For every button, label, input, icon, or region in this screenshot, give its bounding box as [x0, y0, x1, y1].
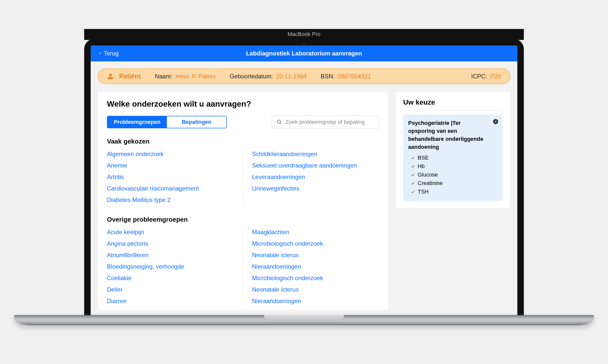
patient-badge: Patiënt	[107, 72, 141, 80]
choice-title: Psychogeriatrie |Ter opsporing van een b…	[408, 119, 498, 151]
user-icon	[107, 73, 114, 80]
icpc-value: P20	[490, 73, 501, 80]
list-item[interactable]: Atriumfibrilleren	[107, 249, 234, 261]
divider	[403, 110, 503, 111]
tab-probleemgroepen[interactable]: Probleemgroepen	[107, 116, 167, 128]
laptop-base	[14, 315, 594, 325]
check-icon	[411, 189, 415, 194]
list-item[interactable]: Schildklieraandoeningen	[252, 148, 379, 160]
list-item[interactable]: Artritis	[107, 171, 234, 183]
list-item[interactable]: Cardiovasculair risicomanagement	[107, 183, 234, 194]
choice-card: Psychogeriatrie |Ter opsporing van een b…	[403, 115, 503, 201]
search-field[interactable]	[272, 116, 379, 129]
laptop-bezel: Terug Labdiagnostiek Laboratorium aanvra…	[84, 39, 524, 315]
device-label: MacBook Pro	[84, 29, 524, 40]
list-item[interactable]: Diepe veneuze trombose (en longembolie)	[107, 307, 234, 310]
remove-choice-button[interactable]	[493, 119, 499, 125]
tab-bepalingen[interactable]: Bepalingen	[167, 116, 226, 128]
name-value: mevr. P. Paters	[175, 73, 216, 80]
frequent-col-2: SchildklieraandoeningenSeksueel overdraa…	[243, 148, 379, 206]
list-item[interactable]: Maagklachten	[252, 226, 379, 238]
patient-badge-label: Patiënt	[119, 72, 141, 80]
side-panel: Uw keuze Psychogeriatrie |Ter opsporing …	[395, 91, 510, 209]
list-item[interactable]: Angina pectoris	[107, 238, 234, 249]
bsn-value: 0987654321	[338, 73, 371, 80]
dob-label: Geboortedatum:	[230, 73, 273, 80]
list-item[interactable]: Delier	[107, 284, 234, 295]
screen: Terug Labdiagnostiek Laboratorium aanvra…	[91, 45, 517, 315]
camera-dot	[303, 42, 305, 44]
content-area: Patiënt Naam: mevr. P. Paters Geboorteda…	[91, 61, 517, 315]
frequent-list: Algemeen onderzoekAnemieArtritisCardiova…	[107, 148, 379, 206]
check-icon	[411, 173, 415, 177]
back-label: Terug	[104, 50, 119, 57]
back-button[interactable]: Terug	[98, 50, 119, 57]
dob-value: 20-11-1984	[276, 73, 307, 80]
list-item[interactable]: Leveraandoeningen	[252, 171, 379, 183]
choice-item: Creatinine	[408, 179, 498, 187]
check-icon	[411, 181, 415, 185]
page-title: Labdiagnostiek Laboratorium aanvragen	[91, 50, 517, 57]
list-item[interactable]: Bloedingsneiging, verhoogde	[107, 261, 234, 272]
other-list: Acute keelpijnAngina pectorisAtriumfibri…	[107, 226, 379, 310]
other-col-1: Acute keelpijnAngina pectorisAtriumfibri…	[107, 226, 243, 310]
choice-item: TSH	[408, 187, 498, 196]
choice-item: BSE	[408, 154, 498, 162]
list-item[interactable]: Diabetes Mellitus type 2	[107, 194, 234, 206]
list-item[interactable]: Urineweginfecties	[252, 183, 379, 194]
patient-bsn: BSN: 0987654321	[321, 73, 371, 80]
icpc-label: ICPC:	[471, 73, 487, 80]
patient-dob: Geboortedatum: 20-11-1984	[230, 73, 306, 80]
check-icon	[411, 164, 415, 169]
name-label: Naam:	[155, 73, 173, 80]
chevron-left-icon	[98, 51, 102, 56]
list-item[interactable]: Seksueel overdraagbare aandoeningen	[252, 160, 379, 171]
bsn-label: BSN:	[321, 73, 335, 80]
laptop-notch	[264, 315, 344, 321]
frequent-col-1: Algemeen onderzoekAnemieArtritisCardiova…	[107, 148, 243, 206]
patient-name: Naam: mevr. P. Paters	[155, 73, 216, 80]
list-item[interactable]: Nieraandoeningen	[252, 295, 379, 307]
search-icon	[277, 119, 282, 125]
check-icon	[411, 156, 415, 160]
search-input[interactable]	[286, 119, 374, 125]
main-panel: Welke onderzoeken wilt u aanvragen? Prob…	[98, 91, 388, 310]
list-item[interactable]: Anemie	[107, 160, 234, 171]
list-item[interactable]: Overgevoeligheid	[252, 307, 379, 310]
list-item[interactable]: Neonatale icterus	[252, 249, 379, 261]
close-circle-icon	[493, 119, 499, 125]
choice-item: Hb	[408, 162, 498, 171]
main-row: Welke onderzoeken wilt u aanvragen? Prob…	[98, 91, 510, 310]
segmented-control: Probleemgroepen Bepalingen	[107, 116, 227, 128]
list-item[interactable]: Algemeen onderzoek	[107, 148, 234, 160]
list-item[interactable]: Nieraandoeningen	[252, 261, 379, 272]
app-header: Terug Labdiagnostiek Laboratorium aanvra…	[91, 45, 517, 61]
main-heading: Welke onderzoeken wilt u aanvragen?	[107, 99, 379, 109]
section-frequent-title: Vaak gekozen	[107, 138, 379, 145]
controls-row: Probleemgroepen Bepalingen	[107, 116, 379, 129]
list-item[interactable]: Microbiologisch onderzoek	[252, 238, 379, 249]
laptop-frame: Terug Labdiagnostiek Laboratorium aanvra…	[84, 39, 524, 325]
section-other-title: Overige probleemgroepen	[107, 216, 379, 223]
patient-icpc: ICPC: P20	[471, 73, 501, 80]
list-item[interactable]: Acute keelpijn	[107, 226, 234, 238]
list-item[interactable]: Diarree	[107, 295, 234, 307]
patient-bar: Patiënt Naam: mevr. P. Paters Geboorteda…	[98, 68, 510, 84]
side-heading: Uw keuze	[403, 98, 503, 106]
choice-item: Glucose	[408, 171, 498, 179]
list-item[interactable]: Microbiologisch onderzoek	[252, 272, 379, 284]
list-item[interactable]: Neonatale icterus	[252, 284, 379, 295]
choice-items: BSEHbGlucoseCreatinineTSH	[408, 154, 498, 196]
list-item[interactable]: Coeliakie	[107, 272, 234, 284]
other-col-2: MaagklachtenMicrobiologisch onderzoekNeo…	[243, 226, 379, 310]
